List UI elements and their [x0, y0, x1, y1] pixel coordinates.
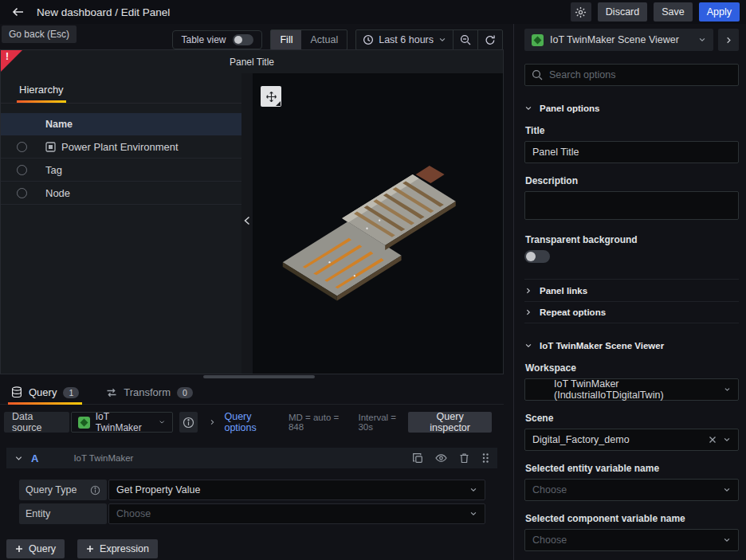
chevron-right-icon	[724, 36, 733, 45]
query-options-toggle[interactable]: Query options MD = auto = 848 Interval =…	[209, 411, 408, 433]
chevron-down-icon	[723, 486, 731, 494]
panel-type-row: IoT TwinMaker Scene Viewer	[524, 29, 739, 51]
row-label: Tag	[45, 164, 62, 176]
scene-viewer-header-label: IoT TwinMaker Scene Viewer	[540, 341, 664, 350]
chevron-down-icon	[524, 342, 532, 350]
entity-label-chip: Entity	[19, 503, 107, 524]
query-row-header[interactable]: A IoT TwinMaker	[6, 448, 497, 468]
panel-body: Hierarchy Name Power Plant Environment	[1, 73, 503, 374]
workspace-label: Workspace	[525, 362, 739, 374]
component-variable-label: Selected component variable name	[525, 513, 739, 524]
panel-options-section-header[interactable]: Panel options	[524, 104, 739, 113]
settings-button[interactable]	[571, 2, 591, 22]
select-placeholder: Choose	[532, 484, 567, 495]
tab-transform[interactable]: Transform 0	[103, 381, 196, 404]
query-inspector-button[interactable]: Query inspector	[408, 412, 492, 433]
panel-error-corner[interactable]	[1, 50, 22, 72]
arrow-left-icon	[12, 6, 25, 18]
database-icon	[11, 386, 22, 398]
description-textarea[interactable]	[524, 191, 739, 220]
add-query-button[interactable]: Query	[6, 539, 65, 558]
panel-title-input[interactable]	[524, 141, 739, 163]
query-row-actions	[412, 452, 489, 464]
query-ref-id: A	[31, 452, 38, 464]
toggle-knob	[526, 252, 536, 261]
query-actions: Query Expression	[6, 539, 158, 558]
clear-icon[interactable]	[709, 436, 717, 444]
info-circle-icon[interactable]	[90, 485, 100, 495]
panel-options-header-label: Panel options	[540, 104, 599, 113]
datasource-help-button[interactable]	[179, 412, 198, 433]
entity-select[interactable]: Choose	[108, 503, 485, 524]
drag-handle-icon[interactable]	[481, 452, 489, 464]
edit-area: Go back (Esc) Table view Fill Actual Las…	[0, 24, 513, 560]
duplicate-icon[interactable]	[412, 452, 423, 464]
discard-button[interactable]: Discard	[598, 2, 647, 22]
factory-3d-model[interactable]	[273, 161, 461, 316]
chevron-left-icon[interactable]	[242, 215, 252, 226]
apply-button[interactable]: Apply	[699, 2, 740, 22]
table-view-toggle[interactable]	[233, 34, 253, 45]
environment-icon	[45, 142, 56, 152]
transparent-bg-label: Transparent background	[525, 234, 739, 245]
refresh-button[interactable]	[477, 29, 503, 50]
select-placeholder: Choose	[532, 535, 567, 546]
pan-tool-button[interactable]	[261, 86, 281, 107]
eye-icon[interactable]	[435, 452, 447, 464]
plus-icon	[86, 545, 94, 553]
collapsible-group: Panel links Repeat options	[524, 279, 739, 323]
collapse-options-button[interactable]	[718, 29, 739, 51]
display-mode-group: Fill Actual	[270, 29, 347, 50]
horizontal-scrollbar[interactable]	[203, 375, 315, 378]
add-expression-button[interactable]: Expression	[77, 539, 158, 558]
component-variable-select[interactable]: Choose	[524, 529, 739, 551]
twinmaker-icon	[532, 34, 544, 46]
scene-viewer-section-header[interactable]: IoT TwinMaker Scene Viewer	[524, 341, 739, 350]
actual-mode-button[interactable]: Actual	[301, 30, 347, 49]
entity-variable-select[interactable]: Choose	[524, 479, 739, 501]
query-type-select[interactable]: Get Property Value	[108, 480, 485, 500]
go-back-button[interactable]: Go back (Esc)	[2, 25, 77, 43]
toggle-knob	[234, 36, 242, 44]
query-type-label: Query Type	[26, 484, 77, 495]
row-radio[interactable]	[17, 165, 27, 175]
chevron-down-icon	[723, 436, 731, 444]
workspace-select[interactable]: IoT TwinMaker (IndustrialIoTDigitalTwin)	[524, 378, 739, 401]
tab-hierarchy[interactable]: Hierarchy	[17, 73, 66, 103]
trash-icon[interactable]	[459, 452, 469, 464]
save-button[interactable]: Save	[654, 2, 693, 22]
twinmaker-icon	[78, 417, 90, 429]
table-row[interactable]: Tag	[1, 159, 241, 182]
zoom-out-button[interactable]	[453, 29, 478, 50]
panel-type-picker[interactable]: IoT TwinMaker Scene Viewer	[524, 29, 713, 51]
panel-links-section[interactable]: Panel links	[524, 279, 739, 301]
time-range-picker[interactable]: Last 6 hours	[355, 29, 453, 50]
search-icon	[532, 69, 543, 80]
scene-value: Digital_Factory_demo	[532, 434, 630, 445]
repeat-options-section[interactable]: Repeat options	[524, 301, 739, 323]
entity-placeholder: Choose	[116, 508, 151, 519]
table-view-control: Table view	[172, 30, 262, 49]
hierarchy-tab-label: Hierarchy	[19, 84, 64, 96]
back-button[interactable]	[10, 3, 27, 21]
row-radio[interactable]	[17, 142, 27, 152]
scene-viewer-canvas[interactable]	[253, 73, 503, 374]
search-options-input[interactable]	[524, 64, 739, 86]
query-options-label[interactable]: Query options	[224, 411, 280, 433]
row-radio[interactable]	[17, 188, 27, 198]
panel-title[interactable]: Panel Title	[1, 50, 503, 73]
add-expression-label: Expression	[100, 543, 149, 554]
table-header: Name	[1, 113, 241, 135]
fill-mode-button[interactable]: Fill	[271, 30, 301, 49]
table-row[interactable]: Node	[1, 182, 241, 205]
chevron-down-icon[interactable]	[14, 454, 23, 463]
options-search	[524, 64, 739, 86]
magnifier-minus-icon	[460, 34, 471, 45]
query-type-label-chip: Query Type	[19, 480, 107, 500]
datasource-picker[interactable]: IoT TwinMaker	[71, 412, 173, 433]
transparent-bg-toggle[interactable]	[524, 250, 550, 263]
pane-splitter[interactable]	[241, 73, 253, 374]
scene-select[interactable]: Digital_Factory_demo	[524, 429, 739, 451]
table-row[interactable]: Power Plant Environment	[1, 135, 241, 159]
tab-query[interactable]: Query 1	[8, 381, 82, 404]
